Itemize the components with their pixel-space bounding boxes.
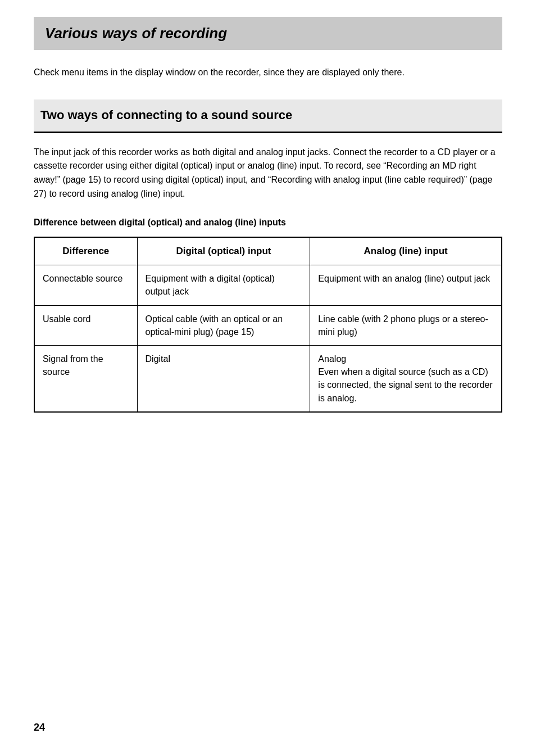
page-wrapper: Various ways of recording Check menu ite… bbox=[0, 0, 536, 756]
row1-digital: Equipment with a digital (optical) outpu… bbox=[137, 265, 310, 305]
row1-analog: Equipment with an analog (line) output j… bbox=[310, 265, 502, 305]
table-header-row: Difference Digital (optical) input Analo… bbox=[34, 237, 502, 265]
row2-digital: Optical cable (with an optical or an opt… bbox=[137, 305, 310, 345]
row3-digital: Digital bbox=[137, 345, 310, 411]
row3-difference: Signal from the source bbox=[34, 345, 137, 411]
sub-section-title: Difference between digital (optical) and… bbox=[34, 217, 502, 229]
row3-analog-line1: Analog bbox=[318, 354, 346, 364]
page-number: 24 bbox=[34, 722, 45, 734]
row2-analog: Line cable (with 2 phono plugs or a ster… bbox=[310, 305, 502, 345]
table-row: Connectable source Equipment with a digi… bbox=[34, 265, 502, 305]
col-header-difference: Difference bbox=[34, 237, 137, 265]
table-row: Signal from the source Digital Analog Ev… bbox=[34, 345, 502, 411]
page-title: Various ways of recording bbox=[45, 25, 491, 42]
row2-difference: Usable cord bbox=[34, 305, 137, 345]
table-row: Usable cord Optical cable (with an optic… bbox=[34, 305, 502, 345]
col-header-digital: Digital (optical) input bbox=[137, 237, 310, 265]
row3-analog-line2: Even when a digital source (such as a CD… bbox=[318, 367, 492, 402]
row3-analog: Analog Even when a digital source (such … bbox=[310, 345, 502, 411]
section-heading: Two ways of connecting to a sound source bbox=[40, 107, 496, 124]
section-body: The input jack of this recorder works as… bbox=[34, 146, 502, 201]
row1-difference: Connectable source bbox=[34, 265, 137, 305]
col-header-analog: Analog (line) input bbox=[310, 237, 502, 265]
comparison-table: Difference Digital (optical) input Analo… bbox=[34, 237, 502, 413]
intro-text: Check menu items in the display window o… bbox=[34, 66, 502, 79]
section-header: Two ways of connecting to a sound source bbox=[34, 99, 502, 133]
title-banner: Various ways of recording bbox=[34, 17, 502, 50]
